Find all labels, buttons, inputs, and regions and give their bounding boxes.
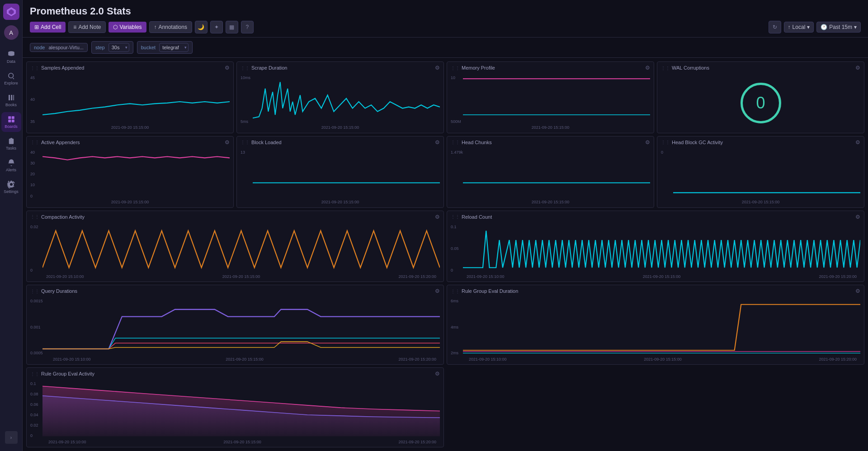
panel-gear-head-chunks[interactable]: ⚙ — [645, 139, 650, 146]
panel-body-scrape-duration: 10ms5ms 2021-09-20 15:15:00 — [237, 74, 443, 133]
panel-title-head-block-gc: Head Block GC Activity — [661, 140, 723, 145]
dashboard-grid: Samples Appended ⚙ 454035 2021-09-20 15:… — [23, 58, 868, 451]
bucket-filter[interactable]: bucket telegraf ▾ — [137, 41, 193, 54]
filter-bar: node alespour-Virtu... step 30s 1m 5m ▾ … — [23, 38, 868, 58]
panel-gear-rule-group-eval-activity[interactable]: ⚙ — [435, 371, 440, 377]
panel-title-samples-appended: Samples Appended — [30, 65, 84, 70]
y-axis-rule-eval-duration: 6ms4ms2ms — [451, 299, 458, 355]
panel-title-head-chunks: Head Chunks — [451, 140, 492, 145]
wal-big-number: 0 — [741, 83, 781, 123]
time-range-selector[interactable]: 🕐 Past 15m ▾ — [816, 22, 861, 33]
panel-gear-head-block-gc[interactable]: ⚙ — [855, 139, 860, 146]
y-axis-reload-count: 0.10.050 — [451, 225, 459, 273]
add-note-button[interactable]: ≡ Add Note — [68, 21, 106, 33]
x-label-head-block-gc: 2021-09-20 15:15:00 — [661, 200, 860, 206]
annotations-button[interactable]: ↑ Annotations — [149, 21, 192, 33]
panel-gear-compaction-activity[interactable]: ⚙ — [435, 214, 440, 220]
time-chevron-icon: ▾ — [854, 24, 857, 30]
x-labels-rule-activity: 2021-09-20 15:10:00 2021-09-20 15:15:00 … — [30, 440, 440, 445]
chart-area-head-block-gc — [673, 150, 860, 199]
panel-reload-count: Reload Count ⚙ 0.10.050 2021-09-20 15:10… — [447, 211, 864, 282]
sidebar: A Data Explore Books Boards Tasks Alerts — [0, 0, 23, 451]
panel-body-wal-corruptions: 0 — [657, 74, 864, 133]
sidebar-item-settings[interactable]: Settings — [1, 177, 21, 197]
chart-area-samples-appended — [42, 75, 230, 125]
panel-header-compaction-activity: Compaction Activity ⚙ — [27, 211, 443, 223]
panel-gear-reload-count[interactable]: ⚙ — [855, 214, 860, 220]
panel-body-memory-profile: 10500M 2021-09-20 15:15:00 — [447, 74, 654, 133]
refresh-button[interactable]: ↻ — [769, 21, 781, 33]
panel-gear-samples-appended[interactable]: ⚙ — [225, 65, 230, 71]
annotations-icon: ↑ — [154, 24, 157, 30]
x-labels-rule-duration: 2021-09-20 15:10:00 2021-09-20 15:15:00 … — [451, 357, 860, 362]
panel-query-durations: Query Durations ⚙ 0.00150.0010.0005 — [26, 285, 444, 365]
svg-rect-4 — [11, 116, 14, 119]
panel-body-block-loaded: 13 2021-09-20 15:15:00 — [237, 148, 443, 207]
star-icon-button[interactable]: ✦ — [210, 21, 223, 33]
add-cell-button[interactable]: ⊞ Add Cell — [30, 22, 66, 33]
sidebar-expand-button[interactable]: › — [5, 431, 18, 444]
panel-gear-scrape-duration[interactable]: ⚙ — [435, 65, 440, 71]
node-filter[interactable]: node alespour-Virtu... — [30, 43, 88, 52]
sidebar-item-explore[interactable]: Explore — [1, 69, 21, 89]
svg-rect-6 — [11, 120, 14, 122]
y-axis-memory-profile: 10500M — [451, 75, 461, 124]
panel-header-samples-appended: Samples Appended ⚙ — [27, 62, 233, 74]
panel-memory-profile: Memory Profile ⚙ 10500M 2021-09-20 15:15… — [447, 61, 654, 133]
y-axis-head-block-gc: 0 — [661, 150, 663, 198]
y-axis-query-durations: 0.00150.0010.0005 — [30, 299, 43, 355]
variables-icon: ⬡ — [113, 24, 118, 30]
panel-title-scrape-duration: Scrape Duration — [241, 65, 288, 70]
panel-active-appenders: Active Appenders ⚙ 403020100 2021-09-20 … — [26, 136, 234, 208]
help-icon-button[interactable]: ? — [241, 21, 254, 33]
app-logo[interactable] — [3, 4, 19, 20]
panel-body-rule-group-eval-duration: 6ms4ms2ms 2021-09-20 15:10:00 2021-09-20… — [447, 297, 864, 364]
panel-gear-active-appenders[interactable]: ⚙ — [225, 139, 230, 146]
chart-area-compaction-activity — [42, 225, 440, 274]
x-label-active-appenders: 2021-09-20 15:15:00 — [30, 200, 230, 206]
location-selector[interactable]: ↑ Local ▾ — [784, 22, 814, 33]
sidebar-item-books[interactable]: Books — [1, 90, 21, 110]
step-select[interactable]: 30s 1m 5m — [108, 43, 129, 52]
header: Prometheus 2.0 Stats ⊞ Add Cell ≡ Add No… — [23, 0, 868, 38]
sidebar-item-alerts[interactable]: Alerts — [1, 155, 21, 175]
y-axis-block-loaded: 13 — [241, 150, 245, 198]
sidebar-item-data[interactable]: Data — [1, 47, 21, 67]
sidebar-item-boards[interactable]: Boards — [1, 112, 21, 132]
panel-body-reload-count: 0.10.050 2021-09-20 15:10:00 2021-09-20 … — [447, 223, 864, 282]
y-axis-scrape-duration: 10ms5ms — [241, 75, 250, 124]
panel-block-loaded: Block Loaded ⚙ 13 2021-09-20 15:15:00 — [236, 136, 444, 208]
x-label-scrape-duration: 2021-09-20 15:15:00 — [241, 125, 440, 131]
location-arrow-icon: ↑ — [788, 24, 791, 30]
y-axis-samples-appended: 454035 — [30, 75, 35, 124]
panel-title-wal-corruptions: WAL Corruptions — [661, 65, 709, 70]
panel-title-active-appenders: Active Appenders — [30, 140, 80, 145]
x-label-samples-appended: 2021-09-20 15:15:00 — [30, 125, 230, 131]
panel-gear-memory-profile[interactable]: ⚙ — [645, 65, 650, 71]
user-avatar[interactable]: A — [4, 25, 19, 40]
y-axis-active-appenders: 403020100 — [30, 150, 35, 198]
panel-body-head-block-gc: 0 2021-09-20 15:15:00 — [657, 148, 864, 207]
present-icon-button[interactable]: ▦ — [226, 21, 238, 33]
moon-icon-button[interactable]: 🌙 — [195, 21, 208, 33]
page-title: Prometheus 2.0 Stats — [30, 5, 861, 17]
chart-area-reload-count — [463, 225, 860, 274]
step-filter[interactable]: step 30s 1m 5m ▾ — [91, 41, 133, 54]
panel-title-compaction-activity: Compaction Activity — [30, 214, 85, 220]
panel-gear-block-loaded[interactable]: ⚙ — [435, 139, 440, 146]
sidebar-item-tasks[interactable]: Tasks — [1, 134, 21, 154]
bucket-select-wrap: telegraf ▾ — [159, 43, 189, 52]
location-chevron-icon: ▾ — [807, 24, 810, 30]
chart-area-active-appenders — [42, 150, 230, 199]
panel-body-active-appenders: 403020100 2021-09-20 15:15:00 — [27, 148, 233, 207]
chart-area-scrape-duration — [253, 75, 440, 125]
panel-gear-rule-group-eval-duration[interactable]: ⚙ — [855, 288, 860, 294]
header-right: ↻ ↑ Local ▾ 🕐 Past 15m ▾ — [769, 21, 861, 33]
panel-header-block-loaded: Block Loaded ⚙ — [237, 136, 443, 148]
panel-gear-wal-corruptions[interactable]: ⚙ — [855, 65, 860, 71]
panel-gear-query-durations[interactable]: ⚙ — [435, 288, 440, 294]
svg-rect-5 — [8, 120, 11, 122]
variables-button[interactable]: ⬡ Variables — [108, 22, 146, 33]
bucket-select[interactable]: telegraf — [159, 43, 189, 52]
y-axis-head-chunks: 1.479k — [451, 150, 463, 198]
